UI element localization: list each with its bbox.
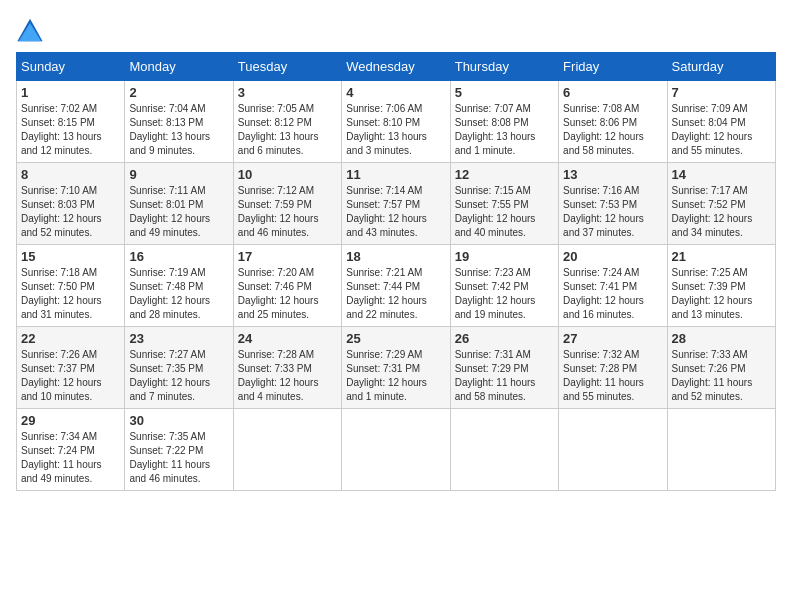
day-number: 8: [21, 167, 120, 182]
calendar-cell: 13 Sunrise: 7:16 AMSunset: 7:53 PMDaylig…: [559, 163, 667, 245]
calendar-cell: 15 Sunrise: 7:18 AMSunset: 7:50 PMDaylig…: [17, 245, 125, 327]
day-detail: Sunrise: 7:25 AMSunset: 7:39 PMDaylight:…: [672, 267, 753, 320]
calendar-cell: 30 Sunrise: 7:35 AMSunset: 7:22 PMDaylig…: [125, 409, 233, 491]
day-detail: Sunrise: 7:33 AMSunset: 7:26 PMDaylight:…: [672, 349, 753, 402]
calendar-cell: 22 Sunrise: 7:26 AMSunset: 7:37 PMDaylig…: [17, 327, 125, 409]
calendar-cell: 20 Sunrise: 7:24 AMSunset: 7:41 PMDaylig…: [559, 245, 667, 327]
calendar-cell: 2 Sunrise: 7:04 AMSunset: 8:13 PMDayligh…: [125, 81, 233, 163]
calendar-cell: 6 Sunrise: 7:08 AMSunset: 8:06 PMDayligh…: [559, 81, 667, 163]
day-detail: Sunrise: 7:14 AMSunset: 7:57 PMDaylight:…: [346, 185, 427, 238]
day-detail: Sunrise: 7:12 AMSunset: 7:59 PMDaylight:…: [238, 185, 319, 238]
calendar-cell: 23 Sunrise: 7:27 AMSunset: 7:35 PMDaylig…: [125, 327, 233, 409]
day-detail: Sunrise: 7:17 AMSunset: 7:52 PMDaylight:…: [672, 185, 753, 238]
calendar-cell: 12 Sunrise: 7:15 AMSunset: 7:55 PMDaylig…: [450, 163, 558, 245]
day-number: 3: [238, 85, 337, 100]
calendar-cell: 28 Sunrise: 7:33 AMSunset: 7:26 PMDaylig…: [667, 327, 775, 409]
day-detail: Sunrise: 7:34 AMSunset: 7:24 PMDaylight:…: [21, 431, 102, 484]
calendar-cell: 16 Sunrise: 7:19 AMSunset: 7:48 PMDaylig…: [125, 245, 233, 327]
logo: [16, 16, 48, 44]
header: [16, 16, 776, 44]
day-detail: Sunrise: 7:09 AMSunset: 8:04 PMDaylight:…: [672, 103, 753, 156]
calendar-cell: [559, 409, 667, 491]
day-number: 6: [563, 85, 662, 100]
calendar-cell: 1 Sunrise: 7:02 AMSunset: 8:15 PMDayligh…: [17, 81, 125, 163]
svg-marker-1: [19, 23, 41, 41]
day-detail: Sunrise: 7:16 AMSunset: 7:53 PMDaylight:…: [563, 185, 644, 238]
calendar-cell: 24 Sunrise: 7:28 AMSunset: 7:33 PMDaylig…: [233, 327, 341, 409]
day-detail: Sunrise: 7:29 AMSunset: 7:31 PMDaylight:…: [346, 349, 427, 402]
day-detail: Sunrise: 7:18 AMSunset: 7:50 PMDaylight:…: [21, 267, 102, 320]
day-detail: Sunrise: 7:08 AMSunset: 8:06 PMDaylight:…: [563, 103, 644, 156]
day-detail: Sunrise: 7:26 AMSunset: 7:37 PMDaylight:…: [21, 349, 102, 402]
day-number: 21: [672, 249, 771, 264]
day-detail: Sunrise: 7:20 AMSunset: 7:46 PMDaylight:…: [238, 267, 319, 320]
week-row-5: 29 Sunrise: 7:34 AMSunset: 7:24 PMDaylig…: [17, 409, 776, 491]
weekday-header-tuesday: Tuesday: [233, 53, 341, 81]
day-number: 15: [21, 249, 120, 264]
calendar-cell: 29 Sunrise: 7:34 AMSunset: 7:24 PMDaylig…: [17, 409, 125, 491]
day-detail: Sunrise: 7:05 AMSunset: 8:12 PMDaylight:…: [238, 103, 319, 156]
day-detail: Sunrise: 7:32 AMSunset: 7:28 PMDaylight:…: [563, 349, 644, 402]
weekday-header-sunday: Sunday: [17, 53, 125, 81]
week-row-4: 22 Sunrise: 7:26 AMSunset: 7:37 PMDaylig…: [17, 327, 776, 409]
day-number: 17: [238, 249, 337, 264]
calendar-cell: 18 Sunrise: 7:21 AMSunset: 7:44 PMDaylig…: [342, 245, 450, 327]
day-number: 24: [238, 331, 337, 346]
day-number: 4: [346, 85, 445, 100]
calendar-cell: 10 Sunrise: 7:12 AMSunset: 7:59 PMDaylig…: [233, 163, 341, 245]
day-detail: Sunrise: 7:10 AMSunset: 8:03 PMDaylight:…: [21, 185, 102, 238]
calendar-cell: 26 Sunrise: 7:31 AMSunset: 7:29 PMDaylig…: [450, 327, 558, 409]
calendar-cell: [233, 409, 341, 491]
day-detail: Sunrise: 7:02 AMSunset: 8:15 PMDaylight:…: [21, 103, 102, 156]
day-detail: Sunrise: 7:19 AMSunset: 7:48 PMDaylight:…: [129, 267, 210, 320]
day-number: 2: [129, 85, 228, 100]
weekday-header-friday: Friday: [559, 53, 667, 81]
day-number: 19: [455, 249, 554, 264]
day-number: 18: [346, 249, 445, 264]
calendar-cell: 7 Sunrise: 7:09 AMSunset: 8:04 PMDayligh…: [667, 81, 775, 163]
day-number: 20: [563, 249, 662, 264]
day-number: 27: [563, 331, 662, 346]
day-number: 10: [238, 167, 337, 182]
logo-icon: [16, 16, 44, 44]
calendar-cell: [450, 409, 558, 491]
weekday-header-row: SundayMondayTuesdayWednesdayThursdayFrid…: [17, 53, 776, 81]
calendar-cell: 4 Sunrise: 7:06 AMSunset: 8:10 PMDayligh…: [342, 81, 450, 163]
calendar-cell: 5 Sunrise: 7:07 AMSunset: 8:08 PMDayligh…: [450, 81, 558, 163]
day-number: 7: [672, 85, 771, 100]
day-detail: Sunrise: 7:15 AMSunset: 7:55 PMDaylight:…: [455, 185, 536, 238]
day-number: 30: [129, 413, 228, 428]
calendar-cell: 27 Sunrise: 7:32 AMSunset: 7:28 PMDaylig…: [559, 327, 667, 409]
weekday-header-wednesday: Wednesday: [342, 53, 450, 81]
day-number: 9: [129, 167, 228, 182]
day-number: 23: [129, 331, 228, 346]
day-detail: Sunrise: 7:28 AMSunset: 7:33 PMDaylight:…: [238, 349, 319, 402]
day-number: 25: [346, 331, 445, 346]
day-detail: Sunrise: 7:04 AMSunset: 8:13 PMDaylight:…: [129, 103, 210, 156]
day-number: 14: [672, 167, 771, 182]
day-detail: Sunrise: 7:06 AMSunset: 8:10 PMDaylight:…: [346, 103, 427, 156]
day-detail: Sunrise: 7:31 AMSunset: 7:29 PMDaylight:…: [455, 349, 536, 402]
calendar-cell: 3 Sunrise: 7:05 AMSunset: 8:12 PMDayligh…: [233, 81, 341, 163]
day-detail: Sunrise: 7:21 AMSunset: 7:44 PMDaylight:…: [346, 267, 427, 320]
day-detail: Sunrise: 7:11 AMSunset: 8:01 PMDaylight:…: [129, 185, 210, 238]
calendar-cell: 19 Sunrise: 7:23 AMSunset: 7:42 PMDaylig…: [450, 245, 558, 327]
day-number: 22: [21, 331, 120, 346]
day-number: 28: [672, 331, 771, 346]
day-number: 16: [129, 249, 228, 264]
day-number: 26: [455, 331, 554, 346]
day-number: 13: [563, 167, 662, 182]
calendar-table: SundayMondayTuesdayWednesdayThursdayFrid…: [16, 52, 776, 491]
day-detail: Sunrise: 7:07 AMSunset: 8:08 PMDaylight:…: [455, 103, 536, 156]
week-row-3: 15 Sunrise: 7:18 AMSunset: 7:50 PMDaylig…: [17, 245, 776, 327]
weekday-header-thursday: Thursday: [450, 53, 558, 81]
calendar-cell: 25 Sunrise: 7:29 AMSunset: 7:31 PMDaylig…: [342, 327, 450, 409]
calendar-cell: 21 Sunrise: 7:25 AMSunset: 7:39 PMDaylig…: [667, 245, 775, 327]
calendar-cell: [342, 409, 450, 491]
day-detail: Sunrise: 7:24 AMSunset: 7:41 PMDaylight:…: [563, 267, 644, 320]
calendar-cell: 14 Sunrise: 7:17 AMSunset: 7:52 PMDaylig…: [667, 163, 775, 245]
day-number: 1: [21, 85, 120, 100]
weekday-header-saturday: Saturday: [667, 53, 775, 81]
weekday-header-monday: Monday: [125, 53, 233, 81]
calendar-cell: 8 Sunrise: 7:10 AMSunset: 8:03 PMDayligh…: [17, 163, 125, 245]
